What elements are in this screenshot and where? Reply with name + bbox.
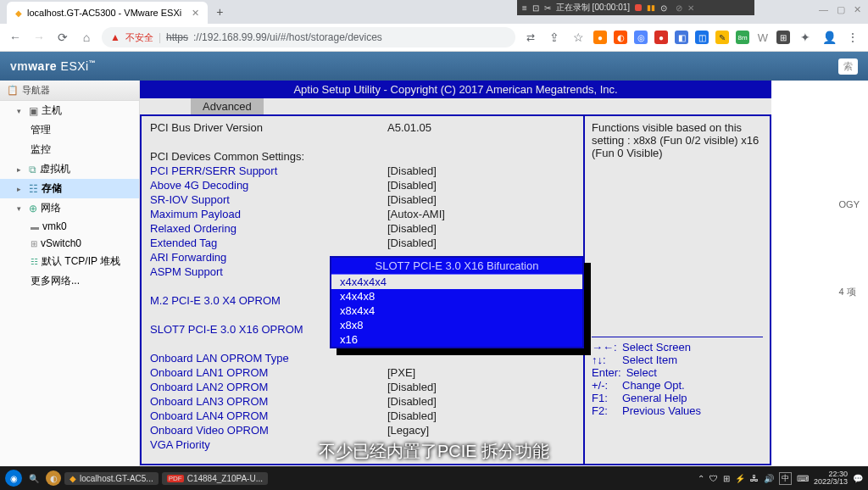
puzzle-icon[interactable]: ✦ xyxy=(797,31,814,44)
bios-opt-payload[interactable]: Maximum Payload xyxy=(150,208,387,222)
popup-option-x4x4x4x4[interactable]: x4x4x4x4 xyxy=(331,275,582,289)
tree-network-label: 网络 xyxy=(41,201,61,215)
tab-close-icon[interactable]: ✕ xyxy=(192,8,199,19)
bios-help-pane: Functions visible based on this setting … xyxy=(583,116,770,464)
share-icon[interactable]: ⇪ xyxy=(546,31,563,44)
bios-opt-lan3[interactable]: Onboard LAN3 OPROM xyxy=(150,395,387,409)
win-close-icon[interactable]: ✕ xyxy=(854,4,861,15)
bios-opt-lan1[interactable]: Onboard LAN1 OPROM xyxy=(150,366,387,381)
popup-option-x8x8[interactable]: x8x8 xyxy=(331,318,582,332)
ext-icon-6[interactable]: ◫ xyxy=(695,31,709,44)
rec-pause-icon[interactable]: ▮▮ xyxy=(647,3,655,12)
network-icon: ⊕ xyxy=(29,203,37,214)
star-icon[interactable]: ☆ xyxy=(570,31,587,44)
new-tab-button[interactable]: + xyxy=(208,5,231,19)
vm-icon: ⧉ xyxy=(29,164,36,175)
tree-more-networks[interactable]: 更多网络... xyxy=(0,271,139,291)
ext-icon-1[interactable]: ● xyxy=(593,31,607,44)
tree-network[interactable]: ▾ ⊕ 网络 xyxy=(0,198,139,218)
bios-opt-4g[interactable]: Above 4G Decoding xyxy=(150,179,387,193)
tray-icon[interactable]: ⊞ xyxy=(723,474,730,483)
legend-txt: General Help xyxy=(622,392,687,404)
switch-icon: ⊞ xyxy=(31,239,37,248)
popup-option-x8x4x4[interactable]: x8x4x4 xyxy=(331,303,582,318)
bios-opt-video[interactable]: Onboard Video OPROM xyxy=(150,424,387,438)
search-icon[interactable]: 🔍 xyxy=(25,474,42,483)
tree-more-net-label: 更多网络... xyxy=(31,274,80,288)
tray-kbd-icon[interactable]: ⌨ xyxy=(797,474,809,483)
bios-opt-perr[interactable]: PCI PERR/SERR Support xyxy=(150,164,387,179)
nic-icon: ▬ xyxy=(31,222,39,231)
ext-icon-5[interactable]: ◧ xyxy=(675,31,688,44)
rec-close-icon[interactable]: ⊘ xyxy=(676,3,682,13)
rec-x-icon[interactable]: ✕ xyxy=(687,3,694,13)
tree-monitor[interactable]: 监控 xyxy=(0,140,139,159)
translate-icon[interactable]: ⇄ xyxy=(522,31,539,43)
stack-icon: ☷ xyxy=(31,257,38,266)
tree-vms[interactable]: ▸ ⧉ 虚拟机 xyxy=(0,159,139,179)
legend-key: F2: xyxy=(592,404,617,417)
forward-button[interactable]: → xyxy=(31,31,47,44)
task-pinned-1[interactable]: ◐ xyxy=(46,471,61,486)
collapse-icon[interactable]: ▾ xyxy=(17,107,25,115)
bios-version-value: A5.01.05 xyxy=(387,121,431,136)
bios-opt-lan4[interactable]: Onboard LAN4 OPROM xyxy=(150,409,387,424)
menu-icon[interactable]: ⋮ xyxy=(844,31,861,44)
info-line-2: 4 项 xyxy=(839,286,860,298)
popup-option-x4x4x8[interactable]: x4x4x8 xyxy=(331,289,582,303)
tray-vol-icon[interactable]: 🔊 xyxy=(764,474,774,483)
user-icon[interactable]: 👤 xyxy=(821,31,837,44)
url-proto: https xyxy=(166,31,188,43)
ext-icon-4[interactable]: ● xyxy=(654,31,668,44)
bios-opt-relaxed[interactable]: Relaxed Ordering xyxy=(150,222,387,237)
tree-vms-label: 虚拟机 xyxy=(40,162,70,176)
ext-icon-7[interactable]: ✎ xyxy=(715,31,729,44)
storage-icon: ☷ xyxy=(29,183,38,195)
bios-tab-advanced[interactable]: Advanced xyxy=(191,98,264,114)
tree-tcpip[interactable]: ☷ 默认 TCP/IP 堆栈 xyxy=(0,252,139,271)
legend-txt: Select Item xyxy=(622,354,677,366)
tree-vmk0[interactable]: ▬ vmk0 xyxy=(0,218,139,235)
bios-opt-sriov[interactable]: SR-IOV Support xyxy=(150,193,387,208)
task-app-esxi[interactable]: ◆ localhost.GT-AC5... xyxy=(64,472,159,485)
expand-icon[interactable]: ▸ xyxy=(17,165,25,174)
address-bar[interactable]: ▲ 不安全 | https://192.168.99.99/ui/#/host/… xyxy=(102,27,515,47)
ext-icon-8[interactable]: 8m xyxy=(736,31,749,44)
tray-icon[interactable]: 🛡 xyxy=(709,474,718,483)
popup-option-x16[interactable]: x16 xyxy=(331,332,582,347)
ext-icon-9[interactable]: W xyxy=(756,31,770,44)
task-app-pdf[interactable]: PDF C14884_Z10PA-U... xyxy=(162,472,268,485)
bios-opt-lan2[interactable]: Onboard LAN2 OPROM xyxy=(150,381,387,395)
tree-storage[interactable]: ▸ ☷ 存储 xyxy=(0,179,139,198)
esxi-search-box[interactable]: 索 xyxy=(838,58,858,75)
tray-ime-icon[interactable]: 中 xyxy=(779,472,792,485)
win-min-icon[interactable]: — xyxy=(819,4,828,15)
rec-camera-icon[interactable]: ⊙ xyxy=(660,3,667,13)
ext-icon-3[interactable]: ◎ xyxy=(634,31,648,44)
ext-icon-10[interactable]: ⊞ xyxy=(776,31,790,44)
tray-power-icon[interactable]: ⚡ xyxy=(735,474,745,483)
ext-icon-2[interactable]: ◐ xyxy=(614,31,627,44)
notifications-icon[interactable]: 💬 xyxy=(853,474,863,483)
tree-manage[interactable]: 管理 xyxy=(0,120,139,140)
bios-val: [Legacy] xyxy=(387,424,429,438)
bios-val: [PXE] xyxy=(387,366,415,381)
bios-opt-exttag[interactable]: Extended Tag xyxy=(150,237,387,251)
rec-stop-icon[interactable] xyxy=(635,4,642,11)
tray-up-icon[interactable]: ⌃ xyxy=(698,474,704,483)
back-button[interactable]: ← xyxy=(7,31,24,44)
tree-host[interactable]: ▾ ▣ 主机 xyxy=(0,101,139,120)
tree-vswitch0[interactable]: ⊞ vSwitch0 xyxy=(0,235,139,252)
bios-bifurcation-popup: SLOT7 PCI-E 3.0 X16 Bifurcation x4x4x4x4… xyxy=(330,256,584,348)
home-button[interactable]: ⌂ xyxy=(78,31,95,44)
collapse-icon[interactable]: ▾ xyxy=(17,204,25,213)
reload-button[interactable]: ⟳ xyxy=(54,31,71,44)
browser-tab[interactable]: ◆ localhost.GT-AC5300 - VMware ESXi ✕ xyxy=(7,2,208,24)
start-button[interactable]: ◉ xyxy=(5,470,22,487)
clock[interactable]: 22:30 2022/3/13 xyxy=(814,471,848,486)
tab-title: localhost.GT-AC5300 - VMware ESXi xyxy=(27,8,181,18)
bios-val: [Disabled] xyxy=(387,222,437,237)
win-max-icon[interactable]: ▢ xyxy=(837,4,845,15)
expand-icon[interactable]: ▸ xyxy=(17,185,25,193)
tray-net-icon[interactable]: 🖧 xyxy=(750,474,759,483)
